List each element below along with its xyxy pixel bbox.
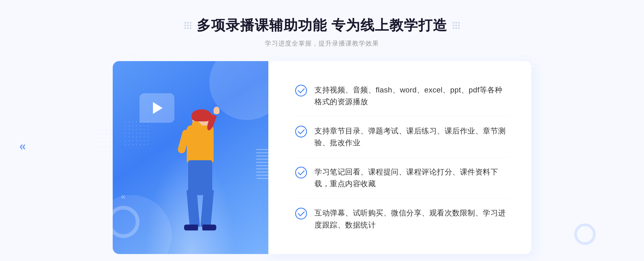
- illustration-panel: «: [113, 61, 268, 254]
- feature-item-2: 支持章节目录、弹题考试、课后练习、课后作业、章节测验、批改作业: [295, 120, 510, 155]
- content-area: «: [113, 61, 531, 254]
- striped-decoration: [256, 147, 268, 179]
- feature-divider-3: [295, 198, 510, 199]
- check-circle-icon-4: [295, 208, 307, 219]
- grid-decoration-left: [184, 22, 191, 29]
- play-icon: [153, 102, 163, 114]
- grid-decoration-right: [453, 22, 460, 29]
- check-circle-icon-1: [295, 85, 307, 96]
- circle-decoration-illustration: [113, 206, 140, 238]
- chevron-left-icon: «: [19, 139, 26, 153]
- page-subtitle: 学习进度全掌握，提升录播课教学效果: [184, 39, 460, 48]
- header-section: 多项录播课辅助功能 专为线上教学打造 学习进度全掌握，提升录播课教学效果: [184, 16, 460, 48]
- feature-text-1: 支持视频、音频、flash、word、excel、ppt、pdf等各种格式的资源…: [314, 84, 510, 108]
- check-circle-icon-2: [295, 126, 307, 137]
- page-title: 多项录播课辅助功能 专为线上教学打造: [197, 16, 447, 35]
- feature-text-4: 互动弹幕、试听购买、微信分享、观看次数限制、学习进度跟踪、数据统计: [314, 207, 510, 231]
- feature-text-3: 学习笔记回看、课程提问、课程评论打分、课件资料下载，重点内容收藏: [314, 166, 510, 190]
- check-circle-icon-3: [295, 167, 307, 178]
- feature-item-1: 支持视频、音频、flash、word、excel、ppt、pdf等各种格式的资源…: [295, 79, 510, 114]
- feature-divider-1: [295, 116, 510, 117]
- header-title-row: 多项录播课辅助功能 专为线上教学打造: [184, 16, 460, 35]
- girl-illustration: [163, 109, 232, 249]
- feature-item-4: 互动弹幕、试听购买、微信分享、观看次数限制、学习进度跟踪、数据统计: [295, 202, 510, 237]
- circle-decoration-bottom-right: [574, 223, 596, 245]
- feature-item-3: 学习笔记回看、课程提问、课程评论打分、课件资料下载，重点内容收藏: [295, 161, 510, 196]
- feature-text-2: 支持章节目录、弹题考试、课后练习、课后作业、章节测验、批改作业: [314, 125, 510, 149]
- dots-decoration-illustration: [123, 120, 150, 147]
- page-wrapper: « 多项录播课辅助功能 专为线上教学打造 学习进度全掌握，提升录播课教学: [0, 0, 644, 261]
- feature-divider-2: [295, 157, 510, 158]
- features-panel: 支持视频、音频、flash、word、excel、ppt、pdf等各种格式的资源…: [268, 61, 531, 254]
- chevron-decoration-illustration: «: [121, 192, 126, 200]
